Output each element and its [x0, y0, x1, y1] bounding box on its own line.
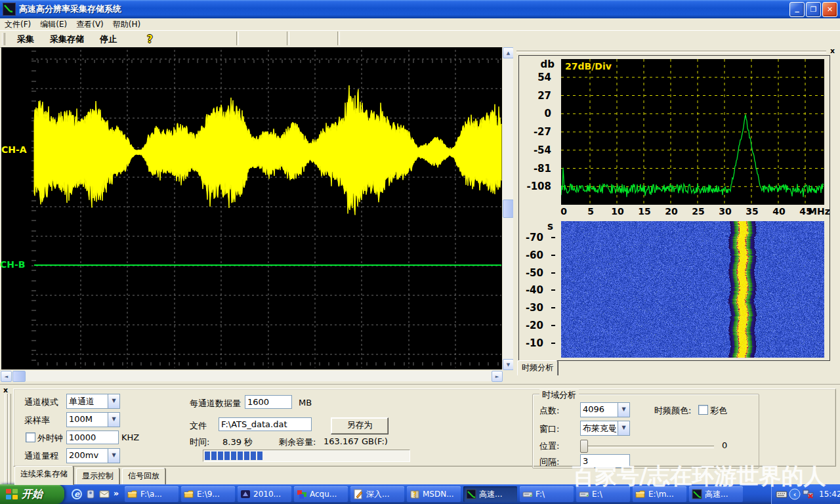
channel-b-label: CH-B	[0, 259, 25, 270]
app-color-icon	[294, 489, 310, 499]
spectrogram-tick-mark	[551, 272, 555, 274]
remaining-label: 剩余容量:	[279, 436, 316, 448]
menu-item-file[interactable]: 文件(F)	[0, 18, 35, 31]
toolbar-button-acquire-store[interactable]: 采集存储	[42, 32, 92, 47]
close-icon: ✕	[827, 5, 833, 14]
language-bar-icon[interactable]: ‹	[789, 488, 801, 500]
external-clock-checkbox[interactable]	[26, 432, 35, 442]
taskbar-task-button[interactable]: E:\	[576, 486, 630, 502]
taskbar-task-button[interactable]: 深入...	[350, 486, 404, 502]
spectrogram-tick-mark	[551, 307, 555, 308]
mail-icon[interactable]	[98, 488, 110, 500]
spectrogram-tick-mark	[551, 343, 555, 344]
toolbar-grip[interactable]	[2, 33, 5, 45]
chevron-down-icon[interactable]: ▼	[108, 413, 119, 427]
taskbar-task-button[interactable]: 高速...	[463, 486, 517, 502]
progress-segment	[218, 452, 223, 460]
toolbar-button-stop[interactable]: 停止	[92, 32, 125, 47]
chevron-down-icon[interactable]: ▼	[108, 449, 119, 463]
toolbar-button-acquire[interactable]: 采集	[9, 32, 42, 47]
menu-item-view[interactable]: 查看(V)	[72, 18, 108, 31]
taskbar-task-button[interactable]: 高速...	[689, 486, 743, 502]
progress-bar	[203, 450, 410, 462]
sample-rate-select[interactable]: 100M ▼	[66, 412, 120, 427]
horizontal-scroll-thumb[interactable]	[12, 371, 26, 382]
help-question-icon[interactable]: ?	[147, 33, 153, 45]
spectrum-y-tick: 54	[518, 72, 551, 83]
ie-icon[interactable]: e	[71, 488, 83, 500]
doc-pencil-icon	[350, 489, 366, 499]
position-slider-thumb[interactable]	[580, 440, 588, 453]
vertical-scroll-thumb[interactable]	[503, 200, 514, 218]
start-button[interactable]: 开始	[0, 484, 64, 504]
channel-mode-select[interactable]: 单通道 ▼	[66, 394, 120, 409]
restore-button[interactable]: ❐	[806, 2, 821, 17]
tab-signal-playback[interactable]: 信号回放	[122, 468, 165, 484]
task-label: Acqu...	[310, 490, 337, 499]
scope-app-icon	[689, 489, 705, 499]
channel-range-label: 通道量程	[24, 450, 58, 462]
panel-splitter[interactable]	[516, 51, 826, 53]
window-select[interactable]: 布莱克曼 ▼	[580, 421, 630, 436]
panel-grip[interactable]	[8, 394, 11, 484]
time-domain-analysis-group: 时域分析 点数: 4096 ▼ 时频颜色: 彩色 窗口: 布莱克曼 ▼ 位置: …	[532, 394, 759, 469]
minimize-icon: ▁	[795, 7, 799, 12]
spectrum-x-tick: 5	[582, 206, 599, 217]
menu-item-edit[interactable]: 编辑(E)	[35, 18, 72, 31]
tf-color-checkbox[interactable]	[698, 405, 708, 415]
spectrum-y-tick: -108	[518, 180, 551, 192]
taskbar-task-button[interactable]: ?MSDN...	[407, 486, 461, 502]
start-label: 开始	[22, 488, 43, 501]
spectrogram-y-tick: -50	[516, 267, 543, 279]
spectrogram-tick-mark	[551, 255, 555, 256]
spectrum-y-tick: 27	[518, 90, 551, 102]
tf-color-checkbox-label: 彩色	[710, 405, 727, 417]
close-button[interactable]: ✕	[822, 2, 837, 17]
quick-launch-overflow-icon[interactable]: »	[110, 488, 122, 500]
channel-range-select[interactable]: 200mv ▼	[66, 448, 120, 463]
keyboard-icon[interactable]	[776, 488, 788, 500]
network-offline-icon[interactable]	[802, 488, 815, 500]
progress-segment	[257, 452, 262, 460]
spectrum-plot: 27dB/Div	[561, 59, 824, 205]
file-path-input[interactable]	[219, 417, 312, 431]
chevron-down-icon[interactable]: ▼	[618, 403, 629, 417]
scope-horizontal-scrollbar[interactable]: ◄ ►	[0, 371, 503, 381]
scope-vertical-scrollbar[interactable]: ▲ ▼	[503, 47, 513, 369]
analysis-panel-close-button[interactable]: x	[830, 47, 835, 55]
spectrogram-y-tick: -60	[516, 249, 543, 261]
menu-item-help[interactable]: 帮助(H)	[108, 18, 145, 31]
tab-continuous-acquire-store[interactable]: 连续采集存储	[14, 466, 74, 485]
taskbar-task-button[interactable]: E:\9...	[181, 486, 235, 502]
window-title: 高速高分辨率采集存储系统	[19, 3, 121, 15]
tab-time-frequency-analysis[interactable]: 时频分析	[517, 360, 558, 375]
taskbar-task-button[interactable]: F:\a...	[125, 486, 178, 502]
messenger-icon[interactable]	[85, 488, 96, 500]
taskbar-task-button[interactable]: E:\m...	[633, 486, 686, 502]
window-controls: ▁ ❐ ✕	[788, 2, 837, 17]
chevron-down-icon[interactable]: ▼	[108, 394, 119, 408]
taskbar-task-button[interactable]: Acqu...	[294, 486, 348, 502]
save-as-button[interactable]: 另存为	[331, 417, 388, 434]
scroll-up-button[interactable]: ▲	[503, 47, 514, 58]
taskbar-task-button[interactable]: F:\	[520, 486, 574, 502]
minimize-button[interactable]: ▁	[789, 2, 805, 17]
data-size-input[interactable]	[245, 395, 292, 409]
taskbar-task-button[interactable]: 2010...	[238, 486, 291, 502]
scroll-left-button[interactable]: ◄	[1, 371, 12, 382]
svg-text:27dB/Div: 27dB/Div	[565, 61, 612, 72]
channel-a-label: CH-A	[1, 144, 27, 155]
tab-display-control[interactable]: 显示控制	[76, 468, 119, 484]
chevron-down-icon[interactable]: ▼	[618, 421, 629, 435]
external-clock-unit: KHZ	[121, 432, 139, 442]
interval-input[interactable]	[580, 454, 630, 468]
time-value: 8.39 秒	[222, 436, 253, 448]
position-slider-track[interactable]	[581, 446, 714, 448]
scroll-right-button[interactable]: ►	[492, 371, 503, 382]
interval-label: 间隔:	[539, 456, 559, 468]
spectrum-y-tick: -27	[518, 126, 551, 138]
scroll-down-button[interactable]: ▼	[503, 359, 514, 370]
points-select[interactable]: 4096 ▼	[580, 402, 630, 417]
external-clock-input[interactable]	[66, 430, 119, 444]
folder-icon	[181, 489, 197, 499]
